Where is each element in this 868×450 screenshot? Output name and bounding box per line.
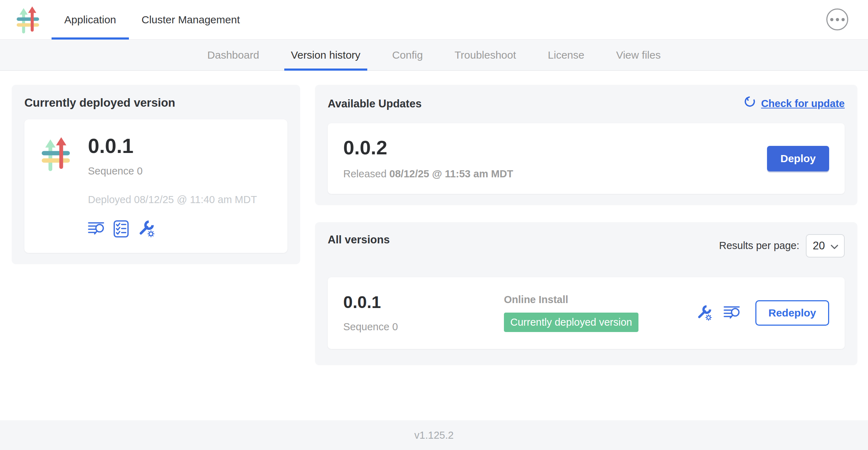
deployed-card-title: Currently deployed version	[24, 96, 287, 109]
results-per-page-label: Results per page:	[719, 240, 799, 251]
top-header: Application Cluster Management	[0, 0, 868, 40]
app-subnav: Dashboard Version history Config Trouble…	[0, 40, 868, 71]
subnav-tab-dashboard[interactable]: Dashboard	[191, 40, 275, 70]
ellipsis-icon	[830, 18, 833, 21]
refresh-icon	[743, 96, 756, 111]
deployed-sequence: Sequence 0	[88, 165, 257, 177]
view-logs-button[interactable]	[88, 221, 105, 236]
top-tab-application[interactable]: Application	[52, 0, 129, 39]
install-type-label: Online Install	[504, 294, 696, 306]
chevron-down-icon	[831, 239, 838, 252]
deployed-timestamp: Deployed 08/12/25 @ 11:40 am MDT	[88, 194, 257, 206]
main-content: Currently deployed version 0.0.1 Sequenc…	[0, 71, 868, 420]
deployed-version-card: 0.0.1 Sequence 0 Deployed 08/12/25 @ 11:…	[24, 119, 287, 253]
updates-title: Available Updates	[328, 97, 422, 110]
subnav-tab-troubleshoot[interactable]: Troubleshoot	[439, 40, 532, 70]
redeploy-button[interactable]: Redeploy	[755, 300, 829, 326]
version-row: 0.0.1 Sequence 0 Online Install Currentl…	[328, 277, 845, 349]
results-per-page-select[interactable]: 20	[806, 234, 845, 257]
subnav-tab-version-history[interactable]: Version history	[275, 40, 376, 70]
app-logo-icon	[14, 4, 42, 35]
row-view-logs-button[interactable]	[724, 306, 741, 320]
update-version-number: 0.0.2	[343, 137, 513, 158]
row-edit-config-button[interactable]	[696, 304, 713, 321]
all-versions-card: All versions Results per page: 20	[315, 222, 857, 365]
check-for-update-link[interactable]: Check for update	[743, 96, 845, 111]
footer: v1.125.2	[0, 420, 868, 450]
app-logo-icon	[38, 137, 73, 171]
row-sequence: Sequence 0	[343, 321, 504, 333]
deployed-version-number: 0.0.1	[88, 135, 257, 157]
overflow-menu-button[interactable]	[826, 8, 848, 30]
subnav-tab-config[interactable]: Config	[376, 40, 439, 70]
available-updates-card: Available Updates Check for update 0.0.2	[315, 85, 857, 205]
logs-icon	[724, 306, 741, 320]
update-released-timestamp: Released 08/12/25 @ 11:53 am MDT	[343, 168, 513, 180]
deploy-button[interactable]: Deploy	[767, 146, 829, 171]
logs-icon	[88, 221, 105, 236]
subnav-tab-view-files[interactable]: View files	[600, 40, 677, 70]
config-gear-icon	[137, 220, 156, 238]
top-tab-cluster-management[interactable]: Cluster Management	[129, 0, 252, 39]
edit-config-button[interactable]	[137, 220, 156, 238]
preflight-checks-button[interactable]	[113, 220, 129, 238]
preflight-checklist-icon	[113, 220, 129, 238]
config-gear-icon	[696, 304, 713, 321]
currently-deployed-badge: Currently deployed version	[504, 313, 638, 332]
console-version: v1.125.2	[414, 430, 453, 441]
all-versions-title: All versions	[328, 233, 390, 246]
row-version-number: 0.0.1	[343, 294, 504, 311]
currently-deployed-card: Currently deployed version 0.0.1 Sequenc…	[12, 85, 300, 264]
subnav-tab-license[interactable]: License	[532, 40, 600, 70]
available-update-row: 0.0.2 Released 08/12/25 @ 11:53 am MDT D…	[328, 123, 845, 194]
